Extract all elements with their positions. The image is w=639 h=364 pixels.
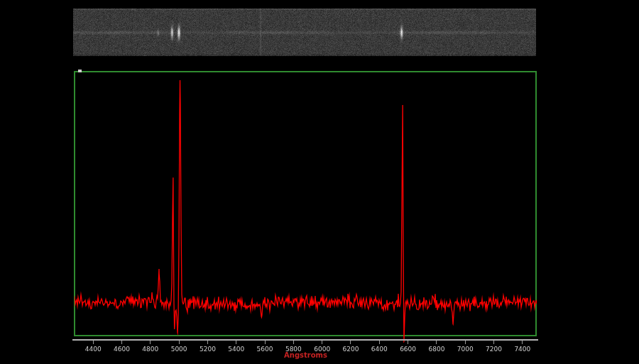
x-axis-tick bbox=[150, 341, 151, 344]
x-axis-tick bbox=[522, 341, 523, 344]
x-axis-tick bbox=[265, 341, 266, 344]
x-axis-tick bbox=[322, 341, 322, 344]
x-axis-tick bbox=[379, 341, 380, 344]
x-axis-tick bbox=[207, 341, 208, 344]
x-axis-tick bbox=[436, 341, 437, 344]
x-axis-title: Angstroms bbox=[75, 351, 537, 359]
x-axis-tick bbox=[493, 341, 494, 344]
x-axis-tick bbox=[179, 341, 180, 344]
spectrum-1d-plot[interactable] bbox=[75, 72, 537, 343]
x-axis-tick bbox=[93, 341, 94, 344]
x-axis-tick bbox=[121, 341, 122, 344]
x-axis-line bbox=[72, 339, 538, 341]
x-axis-tick bbox=[408, 341, 408, 344]
x-axis-tick bbox=[293, 341, 294, 344]
x-axis-tick bbox=[350, 341, 351, 344]
x-axis-tick bbox=[465, 341, 466, 344]
spectroscopy-viewport: 4400460048005000520054005600580060006200… bbox=[0, 0, 639, 364]
spectrum-2d-strip[interactable] bbox=[73, 9, 536, 56]
x-axis-tick bbox=[236, 341, 236, 344]
